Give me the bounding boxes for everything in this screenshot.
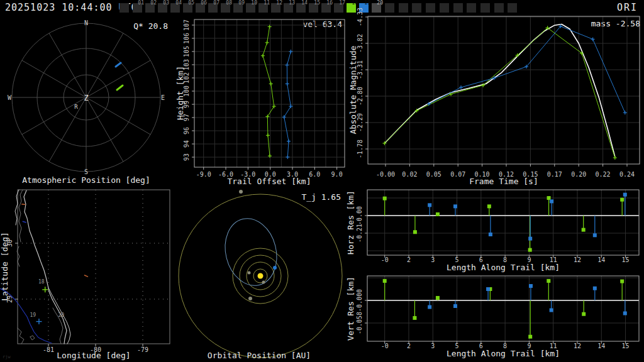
- x-tick-label: 0.17: [547, 171, 562, 178]
- y-tick-label: -3.82: [357, 34, 364, 53]
- station-label-19: 19: [30, 312, 36, 318]
- station-markers: 181920: [30, 279, 64, 324]
- y-tick-label: -0.00: [356, 206, 363, 225]
- watermark: rjw: [3, 354, 11, 359]
- data-point: [489, 233, 492, 236]
- x-tick-label: 3: [431, 256, 435, 263]
- lon-tick-label: -81: [43, 346, 54, 353]
- x-tick-label: 8: [503, 343, 507, 349]
- series-fit-curve: [384, 25, 614, 157]
- islet: [30, 336, 35, 340]
- map-area: -81-80-793029: [6, 190, 170, 353]
- cardinal-west: W: [8, 94, 12, 101]
- data-point: [528, 248, 532, 252]
- cardinal-east: E: [161, 94, 165, 101]
- x-tick-label: 6.0: [309, 171, 320, 178]
- x-tick-label: 5: [455, 256, 459, 263]
- x-tick-label: 0.07: [450, 171, 465, 178]
- x-tick-label: -0: [381, 343, 389, 349]
- x-tick-label: 3: [431, 343, 435, 349]
- x-tick-label: 0.15: [523, 171, 538, 178]
- y-tick-label: 96: [183, 127, 190, 134]
- y-tick-label: 100: [183, 85, 190, 97]
- data-point: [428, 305, 431, 309]
- data-point: [487, 204, 491, 208]
- y-tick-label: 93: [183, 153, 190, 161]
- series-station-18: [383, 196, 625, 252]
- x-tick-label: 3.0: [287, 171, 298, 178]
- station-label-20: 20: [58, 312, 64, 318]
- x-tick-label: -9.0: [196, 171, 211, 178]
- x-tick-label: -0.00: [376, 171, 395, 178]
- x-tick-label: 12: [574, 256, 581, 263]
- velocity-title: vel 63.4: [303, 19, 342, 29]
- planet-dot: [239, 190, 243, 194]
- y-tick-label: 105: [183, 46, 190, 57]
- dashboard-canvas: Q* 20.8 N S E W Z R Atmospheric Position…: [0, 0, 644, 362]
- light-curve-panel: mass -2.58 Frame Time [s] Absolute Magni…: [348, 8, 640, 186]
- data-point: [383, 279, 387, 283]
- y-tick-label: 94: [183, 140, 190, 148]
- x-tick-label: 0.10: [475, 171, 490, 178]
- x-tick-label: 0.0: [265, 171, 276, 178]
- x-tick-label: 12: [574, 343, 581, 349]
- ground-track-map-panel: -81-80-793029 Longitude [deg] Latitude […: [0, 190, 170, 360]
- data-point: [593, 287, 597, 290]
- data-point: [593, 233, 597, 237]
- data-point: [529, 284, 533, 288]
- x-tick-label: 0.20: [571, 171, 586, 178]
- sun-dot: [258, 273, 264, 279]
- meteor-streak-green: [117, 85, 123, 90]
- radiant-label: R: [74, 104, 78, 110]
- zenith-label: Z: [84, 94, 88, 102]
- data-point: [413, 316, 416, 320]
- x-tick-label: 15: [622, 343, 630, 349]
- inland-contour-4: [18, 328, 24, 344]
- trail-offset-panel: vel 63.4 Trail Offset [km] Height [km] -…: [175, 19, 345, 186]
- plot-area: -023568911121415-0.00-0.21: [356, 190, 639, 263]
- data-point: [582, 312, 586, 316]
- tisserand-title: T_j 1.65: [301, 192, 341, 202]
- map-xlabel: Longitude [deg]: [57, 351, 130, 360]
- y-tick-label: 97: [183, 114, 190, 121]
- horz-xlabel: Length Along Trail [km]: [447, 263, 560, 272]
- data-point: [436, 296, 440, 300]
- x-tick-label: 9: [527, 256, 531, 263]
- y-tick-label: -3.31: [357, 60, 364, 79]
- data-point: [528, 335, 532, 339]
- x-tick-label: 14: [597, 343, 605, 349]
- horz-ylabel: Horz Res [km]: [346, 190, 355, 255]
- vert-xlabel: Length Along Trail [km]: [447, 349, 560, 358]
- y-tick-label: 107: [183, 19, 190, 31]
- x-tick-label: 0.24: [619, 171, 635, 178]
- x-tick-label: 0.22: [596, 171, 611, 178]
- data-point: [413, 230, 417, 234]
- planet-dot: [262, 281, 265, 284]
- x-tick-label: -6.0: [218, 171, 233, 178]
- inland-contour-2: [15, 190, 19, 225]
- orbit-diagram: [179, 190, 342, 358]
- y-tick-label: -2.80: [357, 87, 364, 106]
- planet-dot: [248, 297, 252, 300]
- mass-title: mass -2.58: [591, 19, 640, 28]
- data-point: [550, 309, 553, 312]
- meteor-streak-blue: [116, 63, 121, 67]
- data-point: [528, 237, 532, 241]
- x-tick-label: 6: [479, 343, 483, 349]
- x-tick-label: 9: [527, 343, 531, 349]
- y-tick-label: -0.058: [356, 312, 363, 334]
- meteoroid-dot: [273, 266, 277, 270]
- orbital-position-panel: T_j 1.65 Orbital Position [AU]: [179, 190, 342, 360]
- data-point: [620, 280, 624, 283]
- y-tick-label: -4.33: [357, 8, 364, 26]
- y-tick-label: 102: [183, 72, 190, 84]
- plot-area: -9.0-6.0-3.00.03.06.09.01071061051031021…: [183, 19, 345, 178]
- data-point: [383, 197, 387, 200]
- x-tick-label: 14: [597, 256, 605, 263]
- x-tick-label: -3.0: [240, 171, 255, 178]
- atmospheric-caption: Atmospheric Position [deg]: [22, 175, 150, 185]
- data-point: [486, 287, 490, 291]
- x-tick-label: 2: [407, 343, 411, 349]
- data-point: [453, 204, 457, 208]
- x-tick-label: 0.05: [426, 171, 441, 178]
